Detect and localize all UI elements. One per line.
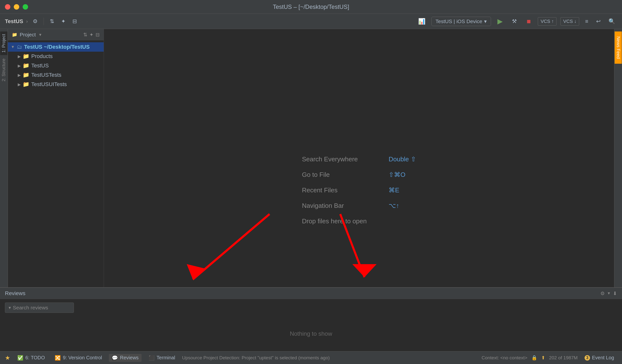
status-event-log[interactable]: 3 Event Log [582,354,617,362]
vcs-push-button[interactable]: VCS ↓ [561,17,579,26]
panel-actions: ⇅ ✦ ⊟ [83,32,100,38]
app-name-chevron: › [26,18,28,24]
tree-arrow-testus: ▶ [18,63,21,68]
sidebar-item-structure[interactable]: 2: Structure [0,56,7,84]
tree-arrow-testusuitests: ▶ [18,82,21,87]
project-root-icon: 🗂 [17,44,22,50]
todo-icon: ✅ [17,355,23,361]
panel-layout-action-icon[interactable]: ⊟ [96,32,100,38]
search-chevron-icon: ▾ [9,305,11,310]
tree-item-testus-label: TestUS [31,62,49,69]
status-lock-icon: 🔒 [531,355,537,361]
hint-navigation-bar-key: ⌥↑ [389,202,399,210]
hint-drop-files: Drop files here to open [302,218,381,225]
hint-goto-file-key: ⇧⌘O [389,171,405,179]
bottom-panel: Reviews ⚙ ▾ ⬇ ▾ Search reviews Nothing t… [0,287,622,351]
terminal-small-icon: ⬛ [149,355,155,361]
hint-navigation-bar: Navigation Bar ⌥↑ [302,202,399,210]
toolbar-sync-icon[interactable]: ⇅ [48,17,56,26]
status-tab-todo[interactable]: ✅ 6: TODO [14,354,48,362]
tree-item-products[interactable]: ▶ 📁 Products [8,52,104,61]
folder-testusuitests-icon: 📁 [23,81,29,88]
favorites-icon[interactable]: ★ [5,354,10,361]
tree-item-testus[interactable]: ▶ 📁 TestUS [8,61,104,70]
tree-arrow-products: ▶ [18,54,21,59]
folder-testus-icon: 📁 [23,62,29,69]
toolbar-layout-icon[interactable]: ⊟ [70,17,79,26]
status-context: Context: <no context> [482,355,527,361]
toolbar-divider [44,18,44,25]
toolbar-undo-icon[interactable]: ↩ [594,17,603,26]
status-bar: ★ ✅ 6: TODO 🔀 9: Version Control 💬 Revie… [0,351,622,364]
sidebar-item-news-feed[interactable]: News Feed [615,32,622,64]
vcs-update-button[interactable]: VCS ↑ [538,17,557,26]
reviews-small-icon: 💬 [112,355,118,361]
bottom-panel-gear-chevron: ▾ [608,291,610,296]
tree-arrow-root: ▼ [11,45,15,49]
tree-item-root-label: TestUS ~/Desktop/TestUS [24,44,90,50]
tree-item-products-label: Products [31,53,53,59]
hint-recent-files-label: Recent Files [302,186,381,194]
hint-navigation-bar-label: Navigation Bar [302,202,381,210]
tree-item-testusuitests[interactable]: ▶ 📁 TestUSUITests [8,80,104,89]
search-reviews-input[interactable]: ▾ Search reviews [5,303,74,313]
status-right: Context: <no context> 🔒 ⬆ 202 of 1987M 3… [482,354,617,362]
bottom-panel-download-icon[interactable]: ⬇ [613,291,617,296]
toolbar-vcs-icon1[interactable]: 📊 [416,17,428,26]
close-button[interactable] [5,4,10,10]
toolbar-settings-icon[interactable]: ⚙ [31,17,40,26]
search-everywhere-icon[interactable]: 🔍 [606,17,617,26]
editor-hints: Search Everywhere Double ⇧ Go to File ⇧⌘… [302,155,416,225]
run-config-label: TestUS | iOS Device [436,18,482,24]
title-bar: TestUS – [~/Desktop/TestUS] [0,0,622,14]
status-tab-reviews[interactable]: 💬 Reviews [109,354,142,362]
tree-item-testustests-label: TestUSTests [31,72,61,78]
status-tab-version-control[interactable]: 🔀 9: Version Control [52,354,105,362]
panel-title: Project [20,32,36,38]
panel-gear-action-icon[interactable]: ✦ [89,32,94,38]
minimize-button[interactable] [14,4,19,10]
toolbar-gear-icon[interactable]: ✦ [59,17,67,26]
window-controls [5,4,28,10]
vcs-small-icon: 🔀 [55,355,61,361]
hint-goto-file: Go to File ⇧⌘O [302,171,405,179]
hint-search-everywhere-label: Search Everywhere [302,155,381,163]
bottom-panel-actions: ⚙ ▾ ⬇ [600,291,617,296]
svg-marker-3 [352,264,376,277]
bottom-panel-gear-icon[interactable]: ⚙ [600,291,605,296]
toolbar-more-icon[interactable]: ≡ [583,17,590,26]
tree-item-testustests[interactable]: ▶ 📁 TestUSTests [8,70,104,80]
app-name: TestUS [5,18,23,25]
status-line-col: 202 of 1987M [549,355,578,361]
status-tab-terminal[interactable]: ⬛ Terminal [146,354,178,362]
nothing-to-show: Nothing to show [0,316,622,351]
status-upsource-icon: ⬆ [541,355,545,361]
hint-drop-files-label: Drop files here to open [302,218,381,225]
run-config-selector[interactable]: TestUS | iOS Device ▾ [431,17,491,26]
svg-marker-1 [187,264,205,279]
panel-sync-action-icon[interactable]: ⇅ [83,32,87,38]
panel-header: 📁 Project ▾ ⇅ ✦ ⊟ [8,29,104,40]
run-button[interactable]: ▶ [495,16,505,27]
tree-item-root[interactable]: ▼ 🗂 TestUS ~/Desktop/TestUS [8,42,104,52]
maximize-button[interactable] [23,4,28,10]
folder-testustests-icon: 📁 [23,72,29,78]
toolbar: TestUS › ⚙ ⇅ ✦ ⊟ 📊 TestUS | iOS Device ▾… [0,14,622,29]
event-log-label: Event Log [592,355,614,361]
bottom-panel-content: ▾ Search reviews Nothing to show [0,299,622,351]
toolbar-right: 📊 TestUS | iOS Device ▾ ▶ ⚒ ■ VCS ↑ VCS … [416,16,617,27]
folder-products-icon: 📁 [23,53,29,59]
sidebar-item-project[interactable]: 1: Project [0,32,7,55]
hint-search-everywhere-key: Double ⇧ [389,155,416,163]
toolbar-left: TestUS › ⚙ ⇅ ✦ ⊟ [5,17,412,26]
run-config-chevron: ▾ [484,18,487,24]
event-log-badge: 3 [584,355,590,361]
status-message: Upsource Project Detection: Project "upt… [182,355,477,361]
build-button[interactable]: ⚒ [509,16,520,27]
svg-line-0 [193,214,270,279]
window-title: TestUS – [~/Desktop/TestUS] [273,3,349,10]
bottom-panel-title: Reviews [5,290,25,297]
hint-recent-files-key: ⌘E [389,186,399,194]
stop-button[interactable]: ■ [524,16,534,27]
tree-item-testusuitests-label: TestUSUITests [31,81,67,88]
